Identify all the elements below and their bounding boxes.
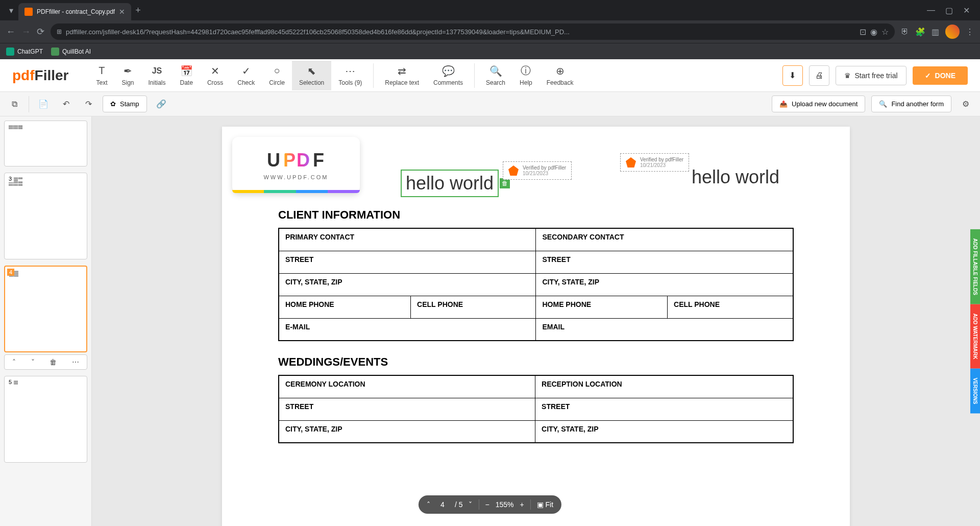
tool-search[interactable]: 🔍Search xyxy=(479,61,512,90)
bookmark-chatgpt[interactable]: ChatGPT xyxy=(6,47,43,56)
next-page-button[interactable]: ˅ xyxy=(469,500,472,509)
thumb-move-down[interactable]: ˅ xyxy=(31,358,35,366)
sidepanel-icon[interactable]: ▥ xyxy=(932,27,939,37)
tab-close-icon[interactable]: ✕ xyxy=(119,8,125,16)
upload-document-button[interactable]: 📤Upload new document xyxy=(772,95,865,112)
tool-sign[interactable]: ✒Sign xyxy=(114,61,141,90)
table-cell[interactable]: CITY, STATE, ZIP xyxy=(536,273,793,296)
stamp-button[interactable]: ✿Stamp xyxy=(103,95,147,112)
table-cell[interactable]: EMAIL xyxy=(536,318,793,341)
document-icon[interactable]: 📄 xyxy=(35,96,52,112)
table-cell[interactable]: STREET xyxy=(536,251,793,273)
thumbnail-panel[interactable]: ████ ████ ████████ ████ ████ 3 ████ ████… xyxy=(0,116,92,526)
text-annotation[interactable]: hello world xyxy=(692,166,779,188)
tool-text[interactable]: TText xyxy=(89,61,114,90)
verified-badge[interactable]: Verified by pdfFiller 10/21/2023 xyxy=(503,161,572,180)
table-cell[interactable]: CITY, STATE, ZIP xyxy=(535,420,793,443)
tool-replace-text[interactable]: ⇄Replace text xyxy=(378,61,426,90)
table-cell[interactable]: HOME PHONE xyxy=(279,296,411,318)
maximize-button[interactable]: ▢ xyxy=(945,6,953,15)
browser-menu-icon[interactable]: ⋮ xyxy=(966,27,974,37)
download-button[interactable]: ⬇ xyxy=(782,65,803,86)
table-cell[interactable]: STREET xyxy=(535,398,793,420)
bookmark-star-icon[interactable]: ☆ xyxy=(881,27,889,37)
thumb-delete[interactable]: 🗑 xyxy=(50,358,57,366)
delete-annotation-button[interactable]: 🗑 xyxy=(500,178,510,188)
calendar-icon: 📅 xyxy=(180,65,193,77)
tool-initials[interactable]: JSInitials xyxy=(141,61,173,90)
toolbar-divider xyxy=(373,63,374,88)
table-cell[interactable]: CITY, STATE, ZIP xyxy=(279,420,535,443)
tool-check[interactable]: ✓Check xyxy=(230,61,262,90)
add-fillable-fields-tab[interactable]: ADD FILLABLE FIELDS xyxy=(970,229,980,304)
versions-tab[interactable]: VERSIONS xyxy=(970,369,980,414)
table-cell[interactable]: STREET xyxy=(279,398,535,420)
bookmark-quillbot[interactable]: QuillBot AI xyxy=(51,47,91,56)
current-page-input[interactable] xyxy=(436,500,449,509)
print-button[interactable]: 🖨 xyxy=(809,65,829,86)
browser-toolbar: ← → ⟳ ⊞ pdffiller.com/jsfiller-desk16/?r… xyxy=(0,20,980,43)
page-thumbnail[interactable]: 5 ████ ████████ ████ xyxy=(4,376,87,463)
zoom-in-button[interactable]: + xyxy=(520,500,524,509)
find-form-button[interactable]: 🔍Find another form xyxy=(871,95,951,112)
address-bar[interactable]: ⊞ pdffiller.com/jsfiller-desk16/?request… xyxy=(51,23,895,40)
back-button[interactable]: ← xyxy=(6,27,15,37)
tool-comments[interactable]: 💬Comments xyxy=(426,61,470,90)
secondary-right: 📤Upload new document 🔍Find another form … xyxy=(772,95,974,112)
tool-cross[interactable]: ✕Cross xyxy=(200,61,230,90)
circle-icon: ○ xyxy=(274,65,280,77)
page-thumbnail[interactable]: ████ ████ ████████ ████ ████ xyxy=(4,121,87,166)
pages-panel-toggle[interactable]: ⧉ xyxy=(6,96,22,112)
table-cell[interactable]: HOME PHONE xyxy=(536,296,668,318)
link-button[interactable]: 🔗 xyxy=(153,96,169,112)
tab-list-dropdown[interactable]: ▾ xyxy=(4,3,18,17)
settings-gear-icon[interactable]: ⚙ xyxy=(958,95,974,112)
document-page[interactable]: UPDF WWW.UPDF.COM hello world 🗑 Verified… xyxy=(222,127,850,526)
text-annotation-selected[interactable]: hello world 🗑 xyxy=(401,170,499,197)
browser-tab[interactable]: PDFfiller - contract_Copy.pdf ✕ xyxy=(18,3,131,20)
add-watermark-tab[interactable]: ADD WATERMARK xyxy=(970,304,980,369)
section-heading: CLIENT INFORMATION xyxy=(278,208,794,222)
profile-avatar[interactable] xyxy=(945,25,960,39)
prev-page-button[interactable]: ˄ xyxy=(427,500,430,509)
table-cell[interactable]: SECONDARY CONTACT xyxy=(536,228,793,251)
zoom-out-button[interactable]: − xyxy=(485,500,489,509)
table-cell[interactable]: RECEPTION LOCATION xyxy=(535,375,793,398)
chatgpt-icon xyxy=(6,47,14,56)
tool-feedback[interactable]: ⊕Feedback xyxy=(540,61,581,90)
tool-selection[interactable]: ⬉Selection xyxy=(292,61,331,90)
shield-icon[interactable]: ⛨ xyxy=(901,27,909,36)
page-thumbnail[interactable]: 3 ████ ████ ████████ ████████ ████ █████… xyxy=(4,173,87,259)
done-button[interactable]: ✓DONE xyxy=(913,66,968,85)
verified-badge[interactable]: Verified by pdfFiller 10/21/2023 xyxy=(620,153,689,172)
canvas-area[interactable]: UPDF WWW.UPDF.COM hello world 🗑 Verified… xyxy=(92,116,980,526)
thumb-more[interactable]: ⋯ xyxy=(72,358,79,366)
redo-button[interactable]: ↷ xyxy=(80,96,96,112)
tool-date[interactable]: 📅Date xyxy=(173,61,200,90)
reload-button[interactable]: ⟳ xyxy=(37,26,44,37)
table-cell[interactable]: CITY, STATE, ZIP xyxy=(279,273,536,296)
table-cell[interactable]: STREET xyxy=(279,251,536,273)
table-cell[interactable]: CELL PHONE xyxy=(411,296,536,318)
close-window-button[interactable]: ✕ xyxy=(963,6,970,15)
extensions-icon[interactable]: 🧩 xyxy=(915,27,925,37)
fit-button[interactable]: ▣ Fit xyxy=(537,500,553,509)
tool-help[interactable]: ⓘHelp xyxy=(512,61,540,90)
undo-button[interactable]: ↶ xyxy=(58,96,74,112)
forward-button[interactable]: → xyxy=(21,27,31,37)
table-cell[interactable]: PRIMARY CONTACT xyxy=(279,228,536,251)
start-trial-button[interactable]: ♛Start free trial xyxy=(836,66,906,85)
install-app-icon[interactable]: ⊡ xyxy=(860,27,866,37)
minimize-button[interactable]: — xyxy=(927,6,935,15)
app-logo[interactable]: pdfFiller xyxy=(12,67,68,84)
google-icon[interactable]: ◉ xyxy=(870,27,877,37)
table-cell[interactable]: CEREMONY LOCATION xyxy=(279,375,535,398)
tool-more[interactable]: ⋯Tools (9) xyxy=(331,61,369,90)
tool-circle[interactable]: ○Circle xyxy=(262,61,292,90)
site-info-icon[interactable]: ⊞ xyxy=(57,28,62,35)
thumb-move-up[interactable]: ˄ xyxy=(12,358,16,366)
table-cell[interactable]: E-MAIL xyxy=(279,318,536,341)
table-cell[interactable]: CELL PHONE xyxy=(668,296,793,318)
new-tab-button[interactable]: + xyxy=(135,5,141,16)
page-thumbnail-active[interactable]: 4 ████ ████████ ████████ ████ xyxy=(4,266,87,352)
